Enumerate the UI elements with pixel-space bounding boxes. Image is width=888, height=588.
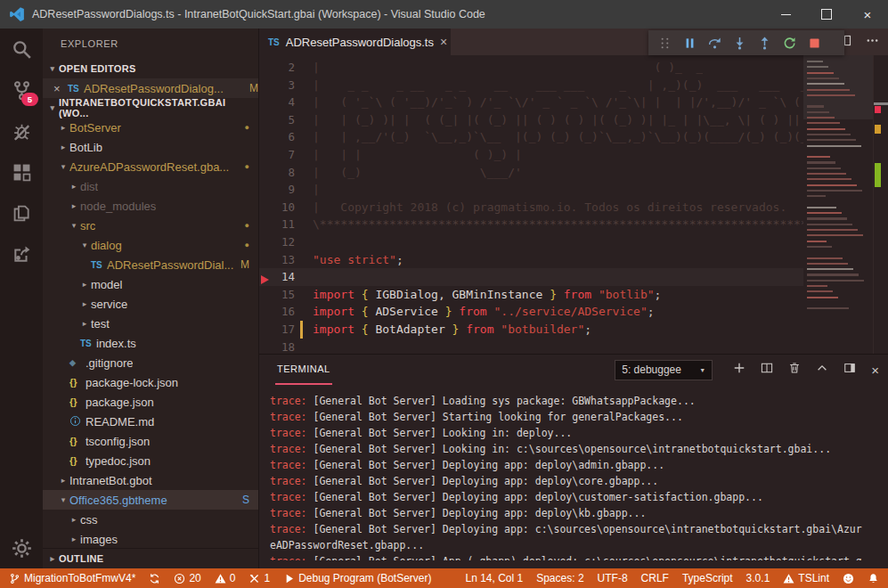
- terminal-select[interactable]: 5: debuggee ▼: [615, 360, 713, 380]
- step-over-button[interactable]: [702, 31, 727, 54]
- close-button[interactable]: ×: [847, 0, 888, 29]
- tree-item[interactable]: ▾Office365.gbthemeS: [43, 490, 258, 510]
- minimap-line: [807, 234, 863, 236]
- code-line-14[interactable]: 14: [259, 268, 803, 286]
- kill-terminal-trash-icon: [788, 362, 801, 374]
- drag-grip-button[interactable]: [652, 31, 677, 54]
- code-line-11[interactable]: 11\*************************************…: [259, 216, 803, 233]
- code-line-6[interactable]: 6| | ,__/'(_) `\__,_)`\__ |(_) (_) (_)`\…: [259, 128, 803, 146]
- activity-settings-gear[interactable]: [0, 527, 43, 568]
- statusbar-tslint[interactable]: TSLint: [783, 572, 829, 584]
- code-line-8[interactable]: 8| (_) \___/': [259, 164, 803, 182]
- activity-explorer-files[interactable]: [0, 192, 43, 233]
- tree-item[interactable]: ▾AzureADPasswordReset.gba...●: [43, 157, 258, 176]
- tree-item[interactable]: {}typedoc.json: [43, 451, 258, 470]
- code-line-7[interactable]: 7| | | ( )_) |: [259, 146, 803, 164]
- statusbar-notifications[interactable]: [868, 573, 879, 584]
- statusbar-errors[interactable]: 20: [174, 572, 200, 584]
- pause-button[interactable]: [677, 31, 702, 54]
- step-out-button[interactable]: [752, 31, 777, 54]
- tree-item[interactable]: {}package-lock.json: [43, 372, 258, 392]
- workspace-section-header[interactable]: ▾ INTRANETBOTQUICKSTART.GBAI (WO...: [43, 98, 258, 118]
- terminal-output[interactable]: trace: [General Bot Server] Loading sys …: [259, 385, 888, 560]
- tab-adresetpassworddialogs[interactable]: TS ADResetPasswordDialogs.ts ×: [259, 29, 451, 55]
- tab-close-icon[interactable]: ×: [440, 35, 447, 49]
- statusbar-warnings[interactable]: 0: [215, 572, 236, 584]
- tree-item[interactable]: TSindex.ts: [43, 333, 258, 353]
- statusbar-language-mode[interactable]: TypeScript: [682, 572, 733, 584]
- statusbar-eol[interactable]: CRLF: [641, 572, 669, 584]
- statusbar-debug-launch[interactable]: Debug Program (BotServer): [283, 572, 431, 584]
- code-line-16[interactable]: 16import { ADService } from "../service/…: [259, 303, 803, 321]
- tree-item[interactable]: ▸IntranetBot.gbot: [43, 470, 258, 490]
- tree-item[interactable]: {}package.json: [43, 392, 258, 412]
- overview-ruler[interactable]: [873, 55, 888, 354]
- code-line-18[interactable]: 18: [259, 339, 803, 355]
- typescript-file-icon: TS: [91, 260, 107, 270]
- outline-section-header[interactable]: ▸ OUTLINE: [43, 548, 258, 568]
- settings-gear-icon: [12, 538, 32, 559]
- new-terminal-plus-button[interactable]: [733, 362, 745, 378]
- statusbar-ts-version[interactable]: 3.0.1: [746, 572, 770, 584]
- tree-item[interactable]: {}tsconfig.json: [43, 431, 258, 451]
- tree-item[interactable]: ▸BotServer●: [43, 118, 258, 137]
- terminal-tab[interactable]: TERMINAL: [275, 355, 332, 385]
- tree-item[interactable]: ◆.gitignore: [43, 353, 258, 372]
- close-icon[interactable]: ×: [53, 82, 68, 95]
- code-line-13[interactable]: 13"use strict";: [259, 251, 803, 269]
- code-line-15[interactable]: 15import { IGBDialog, GBMinInstance } fr…: [259, 286, 803, 304]
- step-into-button[interactable]: [727, 31, 752, 54]
- tree-item[interactable]: ▸images: [43, 529, 258, 548]
- tree-item[interactable]: ▸BotLib: [43, 137, 258, 157]
- statusbar-branch-indicator[interactable]: MigrationToBotFmwV4*: [9, 572, 135, 584]
- statusbar-encoding[interactable]: UTF-8: [598, 572, 628, 584]
- minimap-line: [807, 290, 833, 292]
- statusbar-cursor-position[interactable]: Ln 14, Col 1: [465, 572, 523, 584]
- stop-button[interactable]: [802, 31, 827, 54]
- activity-share[interactable]: [0, 233, 43, 274]
- code-line-9[interactable]: 9|: [259, 181, 803, 199]
- kill-terminal-trash-button[interactable]: [788, 362, 801, 378]
- tree-item[interactable]: ▸dist: [43, 176, 258, 196]
- chevron-up-button[interactable]: [816, 362, 828, 378]
- tree-item[interactable]: ▸model: [43, 274, 258, 294]
- code-line-5[interactable]: 5| | (_) )| | ( (_| |( (_) || ( ) ( ) |(…: [259, 111, 803, 129]
- code-line-17[interactable]: 17import { BotAdapter } from "botbuilder…: [259, 321, 803, 339]
- activity-source-control[interactable]: 5: [0, 69, 43, 110]
- statusbar-tasks[interactable]: 1: [248, 572, 270, 584]
- debug-current-line-marker[interactable]: [261, 275, 269, 284]
- code-line-10[interactable]: 10| Copyright 2018 (c) pragmatismo.io. T…: [259, 199, 803, 216]
- panel-maximize-button[interactable]: [843, 362, 856, 378]
- code-editor[interactable]: 2| ( )_ _3| _ _ _ __ _ _ __ ___ ___ _ | …: [259, 55, 888, 354]
- close-panel-button[interactable]: ×: [871, 363, 879, 378]
- tree-item[interactable]: TSADResetPasswordDial...M: [43, 255, 258, 274]
- minimize-button[interactable]: [765, 0, 806, 29]
- tree-item[interactable]: ▸css: [43, 510, 258, 529]
- tree-item[interactable]: README.md: [43, 412, 258, 431]
- statusbar-feedback[interactable]: [843, 573, 854, 584]
- code-line-2[interactable]: 2| ( )_ _: [259, 59, 803, 77]
- maximize-button[interactable]: [806, 0, 847, 29]
- code-line-12[interactable]: 12: [259, 233, 803, 251]
- statusbar-indentation[interactable]: Spaces: 2: [536, 572, 583, 584]
- activity-debug[interactable]: [0, 110, 43, 151]
- tree-item[interactable]: ▾dialog●: [43, 235, 258, 255]
- open-editor-item[interactable]: × TS ADResetPasswordDialog... M: [43, 78, 258, 98]
- activity-extensions[interactable]: [0, 151, 43, 192]
- minimap-viewport[interactable]: [803, 55, 873, 119]
- restart-button[interactable]: [777, 31, 802, 54]
- more-button[interactable]: [866, 34, 879, 51]
- tree-item[interactable]: ▸service: [43, 294, 258, 314]
- minimap[interactable]: [803, 55, 873, 354]
- tree-item[interactable]: ▾src●: [43, 216, 258, 235]
- activity-search[interactable]: [0, 29, 43, 69]
- scroll-position-marker: [874, 102, 888, 105]
- terminal-line: trace: [General Bot Server] Deploying ap…: [270, 521, 888, 537]
- code-line-4[interactable]: 4| ( '_`\ ( '__)/'_` ) /'_ `\/' _ ` _ `\…: [259, 94, 803, 111]
- code-line-3[interactable]: 3| _ _ _ __ _ _ __ ___ ___ _ | ,_)(_) __…: [259, 77, 803, 94]
- tree-item[interactable]: ▸test: [43, 314, 258, 333]
- tree-item[interactable]: ▸node_modules: [43, 196, 258, 216]
- open-editors-header[interactable]: ▾ OPEN EDITORS: [43, 59, 258, 78]
- statusbar-sync[interactable]: [149, 573, 160, 584]
- split-terminal-button[interactable]: [761, 362, 773, 378]
